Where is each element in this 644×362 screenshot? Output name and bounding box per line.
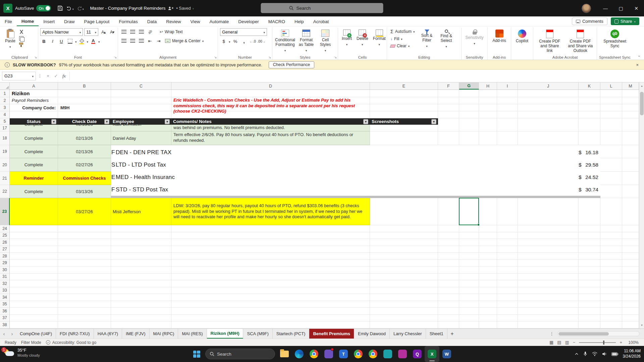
insert-function-icon[interactable] (60, 72, 68, 80)
fill-color-icon[interactable] (79, 39, 84, 44)
column-header-a[interactable]: A (10, 82, 58, 89)
sheet-tab-sheet1[interactable]: Sheet1 (426, 329, 447, 339)
tab-review[interactable]: Review (161, 16, 185, 26)
delete-cells-button[interactable]: Delete (355, 28, 370, 54)
header-status[interactable]: Status (10, 118, 58, 125)
cell-a1-rizikon[interactable]: Rizikon (12, 90, 30, 96)
file-name-area[interactable]: Master - Company Payroll Reminders • Sav… (90, 6, 194, 11)
cell-a2-payroll-reminders[interactable]: Payroll Reminders (12, 98, 49, 103)
cell-b22[interactable]: 03/13/26 (58, 185, 111, 198)
cell-a18[interactable]: Complete (10, 131, 58, 145)
clear-button[interactable]: Clear (389, 43, 416, 49)
chat-app-icon[interactable] (321, 346, 336, 362)
app-icon-magenta[interactable] (395, 346, 410, 362)
redo-button[interactable] (75, 3, 85, 14)
header-check-date[interactable]: Check Date (58, 118, 111, 125)
vertical-scrollbar[interactable] (639, 82, 644, 328)
weather-widget[interactable]: 1 35°F Mostly cloudy (3, 348, 40, 358)
cell-b21[interactable]: Commission Checks (58, 172, 111, 185)
underline-icon[interactable] (58, 38, 65, 45)
row-header-23[interactable]: 23 (0, 198, 10, 225)
teams-icon[interactable] (336, 346, 351, 362)
tab-developer[interactable]: Developer (233, 16, 264, 26)
row-header-26[interactable]: 26 (0, 239, 10, 246)
row-header-29[interactable]: 29 (0, 260, 10, 267)
horizontal-scrollbar[interactable] (557, 331, 639, 336)
tab-macro[interactable]: MACRO (264, 16, 290, 26)
row-header-4[interactable]: 4 (0, 111, 10, 118)
undo-button[interactable] (65, 3, 75, 14)
column-header-k[interactable]: K (579, 82, 600, 89)
column-header-g[interactable]: G (459, 82, 479, 89)
decrease-decimal-icon[interactable] (258, 38, 265, 45)
column-header-i[interactable]: I (497, 82, 518, 89)
scroll-up-icon[interactable] (639, 83, 644, 88)
row-header-33[interactable]: 33 (0, 287, 10, 294)
zoom-out-icon[interactable] (573, 340, 576, 345)
warning-close-icon[interactable] (636, 62, 639, 67)
column-header-j[interactable]: J (518, 82, 579, 89)
row-header-31[interactable]: 31 (0, 274, 10, 281)
paste-button[interactable]: Paste (3, 28, 17, 49)
benefit-premiums-overlay[interactable]: F DEN - DEN PRE TAX $16.18 S LTD - LTD P… (111, 145, 600, 196)
sheet-tab-sca[interactable]: SCA (M9F) (243, 329, 272, 339)
font-color-caret-icon[interactable] (98, 39, 100, 44)
row-header-17[interactable]: 17 (0, 125, 10, 131)
save-button[interactable] (55, 3, 65, 14)
cell-b23[interactable]: 03/27/26 (58, 198, 111, 225)
cell-c18[interactable]: Daniel Aday (111, 131, 171, 145)
tab-insert[interactable]: Insert (39, 16, 59, 26)
orientation-icon[interactable] (146, 28, 154, 36)
font-name-select[interactable]: Aptos Narrow (40, 28, 83, 36)
conditional-formatting-button[interactable]: Conditional Formatting (274, 28, 296, 54)
sheet-tab-emily-dawood[interactable]: Emily Dawood (354, 329, 390, 339)
accessibility-status[interactable]: Accessibility: Good to go (46, 340, 96, 345)
formula-input[interactable] (69, 72, 642, 80)
number-format-select[interactable]: General (220, 28, 267, 36)
cell-d17[interactable]: was behind on premiums. No benefit premi… (171, 125, 370, 131)
app-icon-teal[interactable] (380, 346, 395, 362)
page-break-view-icon[interactable] (565, 340, 569, 345)
sheet-options-icon[interactable] (547, 329, 556, 339)
row-header-30[interactable]: 30 (0, 266, 10, 274)
addins-button[interactable]: Add-ins (490, 28, 509, 43)
cell-a17[interactable]: Complete (10, 125, 58, 131)
sheet-tab-ime[interactable]: IME (FJV) (122, 329, 150, 339)
cell-e23[interactable] (370, 198, 438, 225)
sort-filter-button[interactable]: Sort & Filter (418, 28, 436, 54)
row-header-24[interactable]: 24 (0, 225, 10, 232)
tab-file[interactable]: File (0, 16, 17, 26)
row-header-22[interactable]: 22 (0, 185, 10, 198)
sheet-tab-benefit-premiums[interactable]: Benefit Premiums (309, 329, 354, 339)
overlay-scrollbar[interactable] (111, 196, 600, 198)
sheet-nav-left-icon[interactable] (0, 329, 8, 339)
worksheet-grid[interactable]: 1 2 3 4 5 Status Check Date Employee Com… (0, 90, 639, 328)
zoom-slider-thumb[interactable] (603, 341, 604, 345)
cell-b18[interactable]: 02/13/26 (58, 131, 111, 145)
titlebar-search-input[interactable]: Search (261, 3, 383, 13)
tab-home[interactable]: Home (17, 16, 39, 26)
format-painter-icon[interactable] (19, 43, 23, 45)
excel-app-icon[interactable] (3, 4, 12, 13)
sheet-tab-larry-chessler[interactable]: Larry Chessler (390, 329, 426, 339)
column-header-e[interactable]: E (370, 82, 438, 89)
cell-a23[interactable] (10, 198, 58, 225)
column-header-h[interactable]: H (479, 82, 497, 89)
decrease-font-icon[interactable] (108, 28, 116, 36)
decrease-indent-icon[interactable]: ⇤ (146, 37, 154, 45)
cell-a21[interactable]: Reminder (10, 172, 58, 185)
sheet-tab-startech[interactable]: Startech (PCT) (273, 329, 310, 339)
row-header-36[interactable]: 36 (0, 308, 10, 315)
comma-style-icon[interactable] (240, 38, 248, 45)
merge-center-button[interactable]: Merge & Center (164, 38, 205, 44)
page-layout-view-icon[interactable] (557, 340, 561, 345)
autosum-button[interactable]: AutoSum (389, 28, 416, 35)
row-header-19[interactable]: 19 (0, 145, 10, 158)
cell-c17[interactable]: Kate Bernstein (111, 125, 171, 131)
row-header-38[interactable]: 38 (0, 321, 10, 328)
cell-a19[interactable]: Complete (10, 145, 58, 158)
find-select-button[interactable]: Find & Select (438, 28, 455, 54)
cell-b19[interactable]: 02/13/26 (58, 145, 111, 158)
tab-automate[interactable]: Automate (205, 16, 233, 26)
cell-a3-company-code-label[interactable]: Company Code: (10, 105, 58, 110)
